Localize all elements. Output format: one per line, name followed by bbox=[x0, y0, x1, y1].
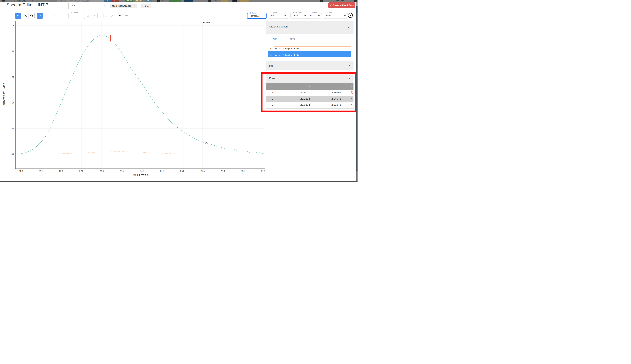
svg-text:10: 10 bbox=[12, 102, 14, 104]
svg-text:25.604: 25.604 bbox=[202, 21, 210, 24]
svg-text:20: 20 bbox=[12, 50, 14, 52]
svg-text:24.0: 24.0 bbox=[140, 170, 144, 172]
svg-text:21.5: 21.5 bbox=[39, 170, 43, 172]
svg-text:26.0: 26.0 bbox=[221, 170, 225, 172]
svg-text:26.5: 26.5 bbox=[241, 170, 245, 172]
svg-text:0.0: 0.0 bbox=[12, 153, 14, 155]
svg-text:15: 15 bbox=[12, 76, 14, 78]
svg-text:5.0: 5.0 bbox=[12, 127, 14, 130]
svg-text:ARBITRARY UNITS: ARBITRARY UNITS bbox=[3, 83, 6, 105]
svg-text:22.0: 22.0 bbox=[59, 170, 63, 172]
svg-text:25: 25 bbox=[12, 24, 14, 27]
svg-text:23.5: 23.5 bbox=[120, 170, 124, 172]
svg-text:25.5: 25.5 bbox=[200, 170, 204, 172]
svg-text:25.0: 25.0 bbox=[180, 170, 184, 172]
svg-text:22.5: 22.5 bbox=[79, 170, 83, 172]
svg-text:21.0: 21.0 bbox=[19, 170, 23, 172]
svg-text:23.0: 23.0 bbox=[99, 170, 104, 172]
svg-text:24.5: 24.5 bbox=[160, 170, 164, 172]
svg-text:MILLILITERS: MILLILITERS bbox=[133, 174, 148, 177]
svg-text:27.0: 27.0 bbox=[261, 170, 265, 172]
